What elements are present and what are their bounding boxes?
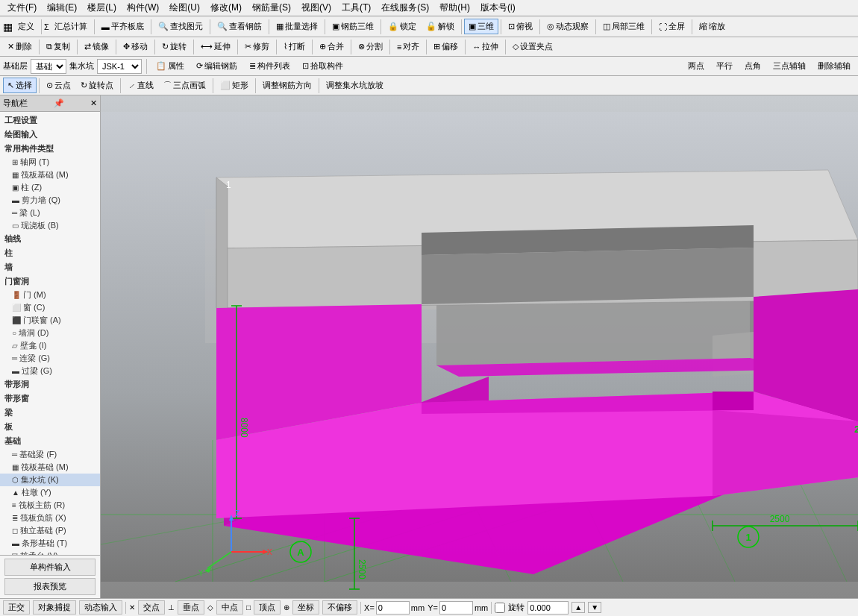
sidebar-section-beam[interactable]: 梁 [0, 406, 100, 420]
btn-merge[interactable]: ⊕ 合并 [315, 39, 348, 54]
rotate-stepper-down[interactable]: ▼ [588, 602, 601, 613]
btn-move[interactable]: ✥ 移动 [119, 39, 152, 54]
btn-arc-3pt[interactable]: ⌒ 三点画弧 [159, 78, 210, 93]
sidebar-item-sump[interactable]: ⬡ 集水坑 (K) [0, 474, 100, 486]
viewport[interactable]: 8000 2500 2500 A 1 2 1 [101, 95, 858, 598]
menu-item-view[interactable]: 视图(V) [297, 0, 336, 16]
btn-break[interactable]: ⌇ 打断 [279, 39, 310, 54]
btn-align[interactable]: ≡ 对齐 [392, 39, 424, 54]
btn-stretch[interactable]: ↔ 拉伸 [468, 39, 503, 54]
sidebar-section-foundation[interactable]: 基础 [0, 434, 100, 448]
btn-properties[interactable]: 📋 属性 [151, 58, 189, 74]
component-select[interactable]: JSK-1 [97, 59, 142, 74]
btn-single-input[interactable]: 单构件输入 [4, 559, 95, 576]
btn-snap-midpoint[interactable]: 中点 [216, 600, 243, 615]
menu-item-version[interactable]: 版本号(i) [476, 0, 520, 16]
btn-copy[interactable]: ⧉ 复制 [42, 39, 75, 54]
btn-select[interactable]: ↖ 选择 [3, 78, 37, 93]
btn-parallel[interactable]: 平行 [712, 58, 737, 74]
btn-no-offset[interactable]: 不偏移 [322, 600, 357, 615]
btn-rect[interactable]: ⬜ 矩形 [216, 78, 253, 93]
sidebar-item-pile-cap[interactable]: ▽ 桩承台 (V) [0, 550, 100, 555]
menu-item-edit[interactable]: 编辑(E) [43, 0, 81, 16]
y-input[interactable] [439, 601, 473, 615]
sidebar-item-project-settings[interactable]: 工程设置 [0, 113, 100, 128]
btn-lock[interactable]: 🔒 锁定 [383, 19, 421, 34]
btn-three-point-axis[interactable]: 三点辅轴 [768, 58, 810, 74]
btn-flat-slab[interactable]: ▬ 平齐板底 [97, 19, 148, 34]
sidebar-item-castslab-common[interactable]: ▭ 现浇板 (B) [0, 219, 100, 232]
btn-view-rebar[interactable]: 🔍 查看钢筋 [213, 19, 266, 34]
btn-batch-select[interactable]: ▦ 批量选择 [272, 19, 322, 34]
sidebar-item-col-pier[interactable]: ▲ 柱墩 (Y) [0, 486, 100, 499]
btn-point-angle[interactable]: 点角 [740, 58, 765, 74]
btn-3d[interactable]: ▣ 三维 [464, 19, 498, 34]
sidebar-item-raft-main[interactable]: ≡ 筏板主筋 (R) [0, 499, 100, 512]
btn-snap[interactable]: 对象捕捉 [33, 600, 76, 615]
btn-rotate-point[interactable]: ↻ 旋转点 [76, 78, 118, 93]
sidebar-item-lintel[interactable]: ▬ 过梁 (G) [0, 365, 100, 377]
sidebar-section-column[interactable]: 柱 [0, 246, 100, 260]
sidebar-item-door[interactable]: 🚪 门 (M) [0, 289, 100, 301]
sidebar-item-column-common[interactable]: ▣ 柱 (Z) [0, 181, 100, 194]
sidebar-section-axis[interactable]: 轴线 [0, 232, 100, 246]
rotate-input[interactable] [527, 601, 569, 615]
sidebar-item-draw-input[interactable]: 绘图输入 [0, 128, 100, 142]
sidebar-item-strip-found[interactable]: ▬ 条形基础 (T) [0, 537, 100, 550]
sidebar-section-strip-window[interactable]: 带形窗 [0, 392, 100, 406]
btn-unlock[interactable]: 🔓 解锁 [422, 19, 459, 34]
btn-delete-axis[interactable]: 删除辅轴 [813, 58, 855, 74]
sidebar-item-shearwall-common[interactable]: ▬ 剪力墙 (Q) [0, 194, 100, 207]
btn-set-grip[interactable]: ◇ 设置夹点 [508, 39, 557, 54]
sidebar-pin-icon[interactable]: 📌 [54, 98, 64, 108]
btn-offset[interactable]: ⊞ 偏移 [429, 39, 463, 54]
btn-adjust-rebar-dir[interactable]: 调整钢筋方向 [258, 78, 316, 93]
sidebar-item-wall-hole[interactable]: ○ 墙洞 (D) [0, 327, 100, 339]
btn-adjust-sump-slope[interactable]: 调整集水坑放坡 [322, 78, 388, 93]
btn-dynamic-input[interactable]: 动态输入 [79, 600, 122, 615]
btn-snap-perpendicular[interactable]: 垂点 [178, 600, 204, 615]
sidebar-section-slab[interactable]: 板 [0, 420, 100, 434]
rotate-checkbox[interactable] [495, 603, 505, 613]
sidebar-item-beam-common[interactable]: ═ 梁 (L) [0, 207, 100, 219]
btn-mirror[interactable]: ⇄ 镜像 [80, 39, 113, 54]
menu-item-draw[interactable]: 绘图(U) [165, 0, 204, 16]
sidebar-section-openings[interactable]: 门窗洞 [0, 274, 100, 289]
btn-coordinate[interactable]: 坐标 [292, 600, 319, 615]
btn-rotate[interactable]: ↻ 旋转 [157, 39, 191, 54]
btn-edit-rebar[interactable]: ⟳ 编辑钢筋 [192, 58, 242, 74]
btn-sum-calc[interactable]: 汇总计算 [50, 19, 92, 34]
sidebar-close-icon[interactable]: ✕ [90, 98, 97, 108]
btn-delete[interactable]: ✕ 删除 [3, 39, 37, 54]
btn-fullscreen[interactable]: ⛶ 全屏 [654, 19, 689, 34]
menu-item-help[interactable]: 帮助(H) [435, 0, 475, 16]
btn-rebar-3d[interactable]: ▣ 钢筋三维 [328, 19, 378, 34]
sidebar-item-found-beam[interactable]: ═ 基础梁 (F) [0, 448, 100, 461]
sidebar-item-raft-neg[interactable]: ≣ 筏板负筋 (X) [0, 512, 100, 524]
btn-dynamic-observe[interactable]: ◎ 动态观察 [542, 19, 593, 34]
menu-item-rebar[interactable]: 钢筋量(S) [248, 0, 295, 16]
sidebar-item-raft-found[interactable]: ▦ 筏板基础 (M) [0, 461, 100, 474]
btn-two-point[interactable]: 两点 [683, 58, 709, 74]
menu-item-component[interactable]: 构件(W) [122, 0, 163, 16]
sidebar-item-window[interactable]: ⬜ 窗 (C) [0, 301, 100, 314]
btn-find-elem[interactable]: 🔍 查找图元 [154, 19, 207, 34]
sidebar-section-common[interactable]: 常用构件类型 [0, 142, 100, 156]
btn-component-list[interactable]: ≣ 构件列表 [245, 58, 295, 74]
btn-trim[interactable]: ✂ 修剪 [240, 39, 274, 54]
btn-extend[interactable]: ⟷ 延伸 [196, 39, 235, 54]
btn-pick-component[interactable]: ⊡ 拾取构件 [298, 58, 348, 74]
x-input[interactable] [376, 601, 410, 615]
sidebar-item-raft-found-common[interactable]: ▦ 筏板基础 (M) [0, 169, 100, 181]
sidebar-section-wall[interactable]: 墙 [0, 260, 100, 274]
btn-define[interactable]: 定义 [13, 19, 39, 34]
rotate-stepper-up[interactable]: ▲ [572, 602, 585, 613]
btn-split[interactable]: ⊗ 分割 [354, 39, 387, 54]
btn-snap-intersection[interactable]: 交点 [138, 600, 165, 615]
menu-item-modify[interactable]: 修改(M) [206, 0, 246, 16]
btn-line[interactable]: ⟋ 直线 [123, 78, 158, 93]
btn-local-3d[interactable]: ◫ 局部三维 [598, 19, 649, 34]
menu-item-floor[interactable]: 楼层(L) [83, 0, 121, 16]
btn-ortho[interactable]: 正交 [3, 600, 30, 615]
sidebar-item-niche[interactable]: ▱ 壁龛 (I) [0, 339, 100, 352]
